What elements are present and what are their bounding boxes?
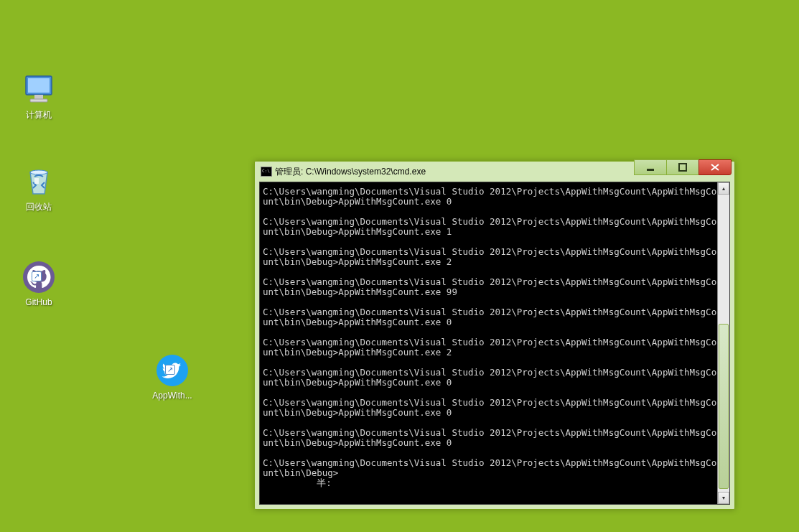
cmd-app-icon	[261, 167, 272, 177]
cmd-title: 管理员: C:\Windows\system32\cmd.exe	[275, 166, 426, 178]
recycle-bin-label: 回收站	[10, 201, 67, 213]
svg-rect-8	[647, 169, 654, 171]
svg-rect-1	[28, 78, 50, 93]
scroll-thumb[interactable]	[719, 324, 729, 489]
minimize-icon	[646, 163, 655, 172]
scroll-track[interactable]	[718, 195, 729, 492]
shortcut-arrow-icon: ↗	[32, 271, 42, 281]
svg-rect-5	[34, 178, 39, 184]
maximize-icon	[678, 163, 687, 172]
computer-monitor-icon	[22, 72, 56, 106]
svg-rect-3	[30, 99, 47, 102]
scroll-down-button[interactable]: ▾	[718, 492, 729, 504]
svg-point-4	[30, 170, 47, 174]
cmd-output[interactable]: C:\Users\wangming\Documents\Visual Studi…	[260, 182, 717, 504]
svg-rect-2	[34, 95, 43, 99]
shortcut-arrow-icon: ↗	[165, 365, 175, 375]
cmd-window[interactable]: 管理员: C:\Windows\system32\cmd.exe C:\User…	[254, 161, 735, 510]
cmd-client-area: C:\Users\wangming\Documents\Visual Studi…	[259, 182, 730, 505]
computer-label: 计算机	[10, 109, 67, 121]
scroll-up-button[interactable]: ▴	[718, 182, 729, 195]
github-glyph-icon: ↗	[22, 260, 56, 294]
svg-rect-9	[679, 164, 686, 171]
window-controls	[635, 159, 732, 175]
minimize-button[interactable]	[634, 159, 667, 175]
cmd-titlebar[interactable]: 管理员: C:\Windows\system32\cmd.exe	[255, 162, 734, 182]
appwith-icon[interactable]: ↗ AppWith...	[144, 353, 201, 401]
computer-icon[interactable]: 计算机	[10, 72, 67, 121]
github-icon[interactable]: ↗ GitHub	[10, 260, 67, 307]
maximize-button[interactable]	[666, 159, 699, 175]
github-label: GitHub	[10, 297, 67, 307]
close-icon	[710, 163, 720, 172]
recycle-bin-glyph-icon	[22, 164, 56, 198]
close-button[interactable]	[698, 159, 732, 175]
appwith-label: AppWith...	[144, 391, 201, 401]
vertical-scrollbar[interactable]: ▴ ▾	[717, 182, 729, 504]
twitter-glyph-icon: ↗	[155, 353, 190, 388]
recycle-bin-icon[interactable]: 回收站	[10, 164, 67, 213]
